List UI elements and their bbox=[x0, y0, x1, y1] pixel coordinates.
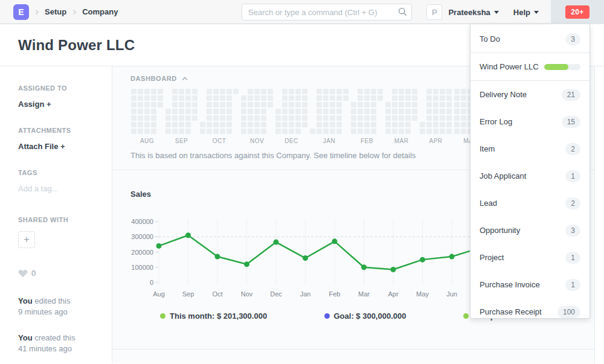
heatmap-cell bbox=[323, 115, 329, 121]
heatmap-cell bbox=[295, 102, 301, 107]
heatmap-cell bbox=[165, 89, 171, 94]
heatmap-cell bbox=[454, 129, 460, 134]
heatmap-cell bbox=[412, 95, 417, 101]
heatmap-cell bbox=[302, 115, 307, 121]
share-add-button[interactable]: + bbox=[18, 231, 35, 248]
add-tag-input[interactable]: Add a tag... bbox=[18, 184, 104, 193]
attach-file-button[interactable]: Attach File + bbox=[18, 142, 104, 151]
heatmap-cell bbox=[185, 102, 191, 107]
heatmap-cell bbox=[412, 102, 417, 107]
dropdown-item-item[interactable]: Item2 bbox=[471, 135, 590, 162]
heatmap-cell bbox=[226, 115, 232, 121]
heatmap-cell bbox=[282, 95, 288, 101]
progress-bar bbox=[544, 64, 580, 70]
heatmap-cell bbox=[233, 122, 239, 127]
heatmap-cell bbox=[275, 95, 281, 101]
heatmap-cell bbox=[336, 102, 342, 107]
heatmap-cell bbox=[426, 115, 432, 121]
breadcrumb-company[interactable]: Company bbox=[82, 7, 118, 16]
avatar[interactable]: P bbox=[426, 4, 442, 20]
dropdown-item-label: Purchase Receipt bbox=[480, 307, 542, 316]
heatmap-cell bbox=[295, 95, 301, 101]
heatmap-cell bbox=[268, 129, 273, 134]
heatmap-cell bbox=[289, 129, 294, 134]
dropdown-item-to-do[interactable]: To Do3 bbox=[471, 25, 590, 53]
heatmap-cell bbox=[454, 109, 460, 114]
heatmap-cell bbox=[426, 102, 432, 107]
heatmap-cell bbox=[358, 102, 363, 107]
dropdown-item-wind-power-llc[interactable]: Wind Power LLC bbox=[471, 53, 590, 80]
heatmap-cell bbox=[358, 89, 363, 94]
heatmap-cell bbox=[138, 102, 143, 107]
dashboard-collapse-header[interactable]: DASHBOARD bbox=[130, 75, 197, 82]
heatmap-cell bbox=[323, 89, 329, 94]
heart-icon[interactable] bbox=[18, 269, 28, 278]
heatmap-cell bbox=[144, 102, 150, 107]
heatmap-cell bbox=[289, 122, 294, 127]
heatmap-month-label: MAR bbox=[385, 138, 418, 144]
svg-text:100000: 100000 bbox=[131, 264, 153, 271]
heatmap-cell bbox=[248, 115, 253, 121]
assign-button[interactable]: Assign + bbox=[18, 100, 104, 109]
svg-text:Sep: Sep bbox=[182, 290, 194, 298]
dropdown-item-opportunity[interactable]: Opportunity3 bbox=[471, 217, 590, 244]
heatmap-cell bbox=[433, 89, 439, 94]
heatmap-cell bbox=[412, 115, 417, 121]
heatmap-cell bbox=[192, 122, 198, 127]
heatmap-cell bbox=[207, 95, 212, 101]
heatmap-cell bbox=[433, 109, 439, 114]
heatmap-cell bbox=[213, 89, 219, 94]
dropdown-item-purchase-invoice[interactable]: Purchase Invoice1 bbox=[471, 271, 590, 298]
heatmap-cell bbox=[158, 89, 163, 94]
activity-edited: You edited this 9 minutes ago bbox=[18, 296, 104, 317]
dropdown-item-delivery-note[interactable]: Delivery Note21 bbox=[471, 81, 590, 108]
dropdown-item-lead[interactable]: Lead2 bbox=[471, 190, 590, 217]
search-input[interactable] bbox=[242, 4, 412, 21]
dropdown-item-job-applicant[interactable]: Job Applicant1 bbox=[471, 162, 590, 190]
heatmap-cell bbox=[158, 102, 163, 107]
svg-text:Aug: Aug bbox=[153, 290, 165, 298]
heatmap-cell bbox=[323, 102, 329, 107]
heatmap-cell bbox=[179, 95, 184, 101]
heatmap-cell bbox=[385, 109, 391, 114]
heatmap-cell bbox=[316, 109, 322, 114]
dropdown-item-purchase-receipt[interactable]: Purchase Receipt100 bbox=[471, 298, 590, 319]
heatmap-cell bbox=[151, 95, 156, 101]
heatmap-cell bbox=[289, 89, 294, 94]
heatmap-cell bbox=[412, 109, 417, 114]
dropdown-item-error-log[interactable]: Error Log15 bbox=[471, 108, 590, 135]
heatmap-cell bbox=[399, 102, 404, 107]
heatmap-cell bbox=[343, 129, 349, 134]
heatmap-cell bbox=[172, 122, 178, 127]
breadcrumb-setup[interactable]: Setup bbox=[45, 7, 66, 16]
notifications-button[interactable]: 20+ bbox=[551, 0, 604, 24]
user-menu[interactable]: Prateeksha bbox=[448, 8, 498, 17]
heatmap-cell bbox=[261, 89, 266, 94]
heatmap-cell bbox=[302, 129, 307, 134]
heatmap-cell bbox=[131, 115, 137, 121]
heatmap-cell bbox=[172, 129, 178, 134]
heatmap-cell bbox=[241, 102, 246, 107]
heatmap-cell bbox=[412, 122, 417, 127]
app-logo[interactable]: E bbox=[13, 4, 29, 20]
like-row: 0 bbox=[18, 269, 104, 278]
legend-label: This month: $ 201,300.000 bbox=[170, 311, 267, 321]
heatmap-cell bbox=[220, 115, 225, 121]
heatmap-cell bbox=[336, 109, 342, 114]
help-menu[interactable]: Help bbox=[513, 8, 539, 17]
chevron-up-icon bbox=[182, 77, 188, 81]
heatmap-cell bbox=[233, 115, 239, 121]
heatmap-cell bbox=[185, 115, 191, 121]
heatmap-cell bbox=[420, 129, 425, 134]
dropdown-item-project[interactable]: Project1 bbox=[471, 244, 590, 271]
heatmap-cell bbox=[131, 89, 137, 94]
heatmap-cell bbox=[213, 122, 219, 127]
heatmap-cell bbox=[440, 129, 445, 134]
heatmap-cell bbox=[200, 115, 205, 121]
heatmap-cell bbox=[213, 95, 219, 101]
dropdown-item-label: Wind Power LLC bbox=[480, 62, 539, 71]
heatmap-cell bbox=[323, 129, 329, 134]
heatmap-cell bbox=[364, 89, 370, 94]
legend-dot-icon bbox=[160, 313, 165, 319]
heatmap-cell bbox=[165, 102, 171, 107]
